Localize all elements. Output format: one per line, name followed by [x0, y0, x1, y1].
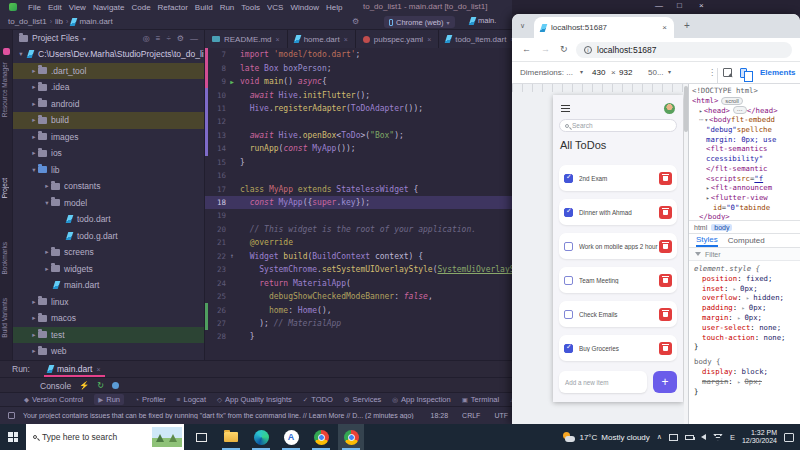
- breadcrumb-main-dart[interactable]: main.dart: [79, 17, 112, 26]
- code-line-28[interactable]: 28 }: [205, 330, 512, 343]
- site-info-icon[interactable]: i: [584, 46, 592, 54]
- code-line-7[interactable]: 7import 'model/todo.dart';: [205, 48, 512, 61]
- dom-node[interactable]: <flt-semantics: [689, 144, 800, 154]
- code-line-25[interactable]: 25 debugShowCheckedModeBanner: false,: [205, 290, 512, 303]
- editor-tab-pubspec-yaml[interactable]: pubspec.yaml×: [356, 30, 439, 48]
- code-line-22[interactable]: 22↑ Widget build(BuildContext context) {: [205, 250, 512, 263]
- menu-vcs[interactable]: VCS: [267, 3, 283, 12]
- delete-todo-button[interactable]: [659, 308, 672, 321]
- tree-item--dart-tool[interactable]: ▸.dart_tool: [13, 63, 204, 80]
- css-property[interactable]: touch-action: none;: [694, 333, 800, 343]
- hot-reload-icon[interactable]: ↻: [97, 381, 104, 390]
- menu-navigate[interactable]: Navigate: [93, 3, 125, 12]
- dom-node[interactable]: <html>scroll: [689, 96, 800, 106]
- toolwindow-app-inspection[interactable]: ◎App Inspection: [392, 395, 450, 404]
- todo-checkbox[interactable]: [564, 242, 573, 251]
- code-line-20[interactable]: 20 // This widget is the root of your ap…: [205, 223, 512, 236]
- dom-node[interactable]: ▸<flt-announcem: [689, 183, 800, 193]
- edge-button[interactable]: [248, 424, 274, 450]
- more-options-icon[interactable]: ⋮: [708, 68, 716, 77]
- delete-todo-button[interactable]: [659, 172, 672, 185]
- tab-elements[interactable]: Elements: [760, 68, 796, 77]
- todo-checkbox[interactable]: [564, 208, 573, 217]
- tab-search-icon[interactable]: ∨: [520, 22, 525, 30]
- search-highlight-image[interactable]: [152, 427, 182, 447]
- toolwindow-run[interactable]: ▶Run: [94, 394, 124, 405]
- tree-item-c-users-dev-marha-studioprojects-to-do-list1[interactable]: ▾C:\Users\Dev.Marha\StudioProjects\to_do…: [13, 46, 204, 63]
- css-property[interactable]: margin: ▸ 0px;: [694, 377, 800, 387]
- menu-code[interactable]: Code: [131, 3, 150, 12]
- code-line-15[interactable]: 15}: [205, 156, 512, 169]
- tool-stripe-build-variants[interactable]: Build Variants: [1, 298, 12, 338]
- code-line-23[interactable]: 23 SystemChrome.setSystemUIOverlayStyle(…: [205, 263, 512, 276]
- tab-styles[interactable]: Styles: [696, 234, 718, 247]
- breadcrumb-lib[interactable]: lib: [55, 17, 63, 26]
- back-button[interactable]: ←: [522, 44, 531, 54]
- css-rules[interactable]: element.style {position: fixed;inset: ▸ …: [689, 261, 800, 401]
- dom-node[interactable]: "debug" spellche: [689, 125, 800, 135]
- file-encoding[interactable]: UTF: [494, 412, 508, 419]
- run-tab-main-dart[interactable]: main.dart ×: [44, 361, 105, 377]
- tool-stripe-resource-manager[interactable]: Resource Manager: [1, 62, 12, 117]
- tree-item-linux[interactable]: ▸linux: [13, 294, 204, 311]
- toolwindow-version-control[interactable]: ◆Version Control: [24, 395, 83, 404]
- tool-stripe-project[interactable]: Project: [1, 178, 12, 198]
- override-gutter-icon[interactable]: ↑: [226, 252, 238, 260]
- layout-icon[interactable]: [8, 412, 15, 419]
- editor-tab-home-dart[interactable]: home.dart×: [288, 30, 356, 48]
- console-tab[interactable]: Console: [40, 381, 71, 391]
- settings-gear-icon[interactable]: ⚙: [177, 34, 184, 43]
- close-icon[interactable]: ×: [96, 366, 100, 373]
- tree-item-widgets[interactable]: ▸widgets: [13, 261, 204, 278]
- chrome-button[interactable]: [308, 424, 334, 450]
- dimensions-dropdown[interactable]: Dimensions: ...: [520, 68, 573, 77]
- new-tab-button[interactable]: +: [684, 20, 690, 31]
- delete-todo-button[interactable]: [659, 342, 672, 355]
- caret-position[interactable]: 18:28: [431, 412, 449, 419]
- editor-tab-readme-md[interactable]: README.md×: [205, 30, 288, 48]
- tree-item-todo-dart[interactable]: todo.dart: [13, 211, 204, 228]
- delete-todo-button[interactable]: [659, 240, 672, 253]
- tab-close-icon[interactable]: ×: [276, 36, 280, 43]
- file-explorer-button[interactable]: [218, 424, 244, 450]
- todo-checkbox[interactable]: [564, 310, 573, 319]
- window-maximize-button[interactable]: □: [677, 1, 682, 10]
- tree-item-main-dart[interactable]: main.dart: [13, 277, 204, 294]
- dom-node[interactable]: ⋯▾<body flt-embedd: [689, 115, 800, 125]
- delete-todo-button[interactable]: [659, 206, 672, 219]
- taskbar-search[interactable]: Type here to search: [26, 424, 184, 450]
- project-panel-header[interactable]: Project Files ▾ ◎≡÷⚙—: [13, 30, 204, 46]
- menu-file[interactable]: File: [28, 3, 41, 12]
- zoom-dropdown[interactable]: 50...: [648, 68, 664, 77]
- tree-item-web[interactable]: ▸web: [13, 343, 204, 360]
- taskbar-clock[interactable]: 1:32 PM 12/30/2024: [742, 429, 777, 446]
- dom-node[interactable]: margin: 0px; use: [689, 134, 800, 144]
- browser-tab[interactable]: localhost:51687 ×: [534, 17, 674, 38]
- toolwindow-app-quality-insights[interactable]: ◇App Quality Insights: [217, 395, 292, 404]
- todo-checkbox[interactable]: [564, 344, 573, 353]
- code-line-8[interactable]: 8late Box boxPerson;: [205, 61, 512, 74]
- add-item-button[interactable]: +: [653, 371, 677, 393]
- tree-item-build[interactable]: ▸build: [13, 112, 204, 129]
- code-line-19[interactable]: 19: [205, 209, 512, 222]
- tree-item-test[interactable]: ▸test: [13, 327, 204, 344]
- css-property[interactable]: padding: ▸ 0px;: [694, 303, 800, 313]
- task-view-button[interactable]: [188, 424, 214, 450]
- toolwindow-logcat[interactable]: ≡Logcat: [177, 395, 206, 404]
- tree-item-model[interactable]: ▾model: [13, 195, 204, 212]
- tree-item-ios[interactable]: ▸ios: [13, 145, 204, 162]
- dom-node[interactable]: id="0" tabinde: [689, 202, 800, 212]
- dom-expand-icon[interactable]: ▾: [704, 116, 708, 123]
- code-line-10[interactable]: 10 await Hive.initFlutter();: [205, 88, 512, 101]
- dom-expand-icon[interactable]: ▸: [706, 194, 710, 201]
- menu-build[interactable]: Build: [195, 3, 213, 12]
- dom-expand-icon[interactable]: ▸: [706, 184, 710, 191]
- styles-filter[interactable]: Filter: [689, 248, 800, 261]
- menu-window[interactable]: Window: [290, 3, 318, 12]
- project-view-selector[interactable]: Project Files: [32, 33, 79, 43]
- app-a-button[interactable]: A: [278, 424, 304, 450]
- code-line-26[interactable]: 26 home: Home(),: [205, 303, 512, 316]
- editor-tab-todo-item-dart[interactable]: todo_item.dart×: [439, 30, 512, 48]
- device-selector[interactable]: Chrome (web) ▾: [384, 16, 455, 28]
- status-message[interactable]: Your project contains issues that can be…: [23, 412, 421, 419]
